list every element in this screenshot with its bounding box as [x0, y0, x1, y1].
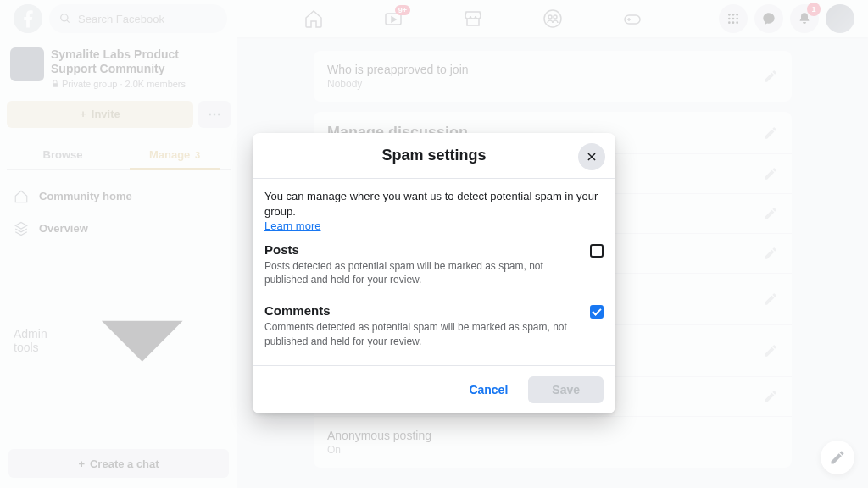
save-button[interactable]: Save — [528, 376, 604, 403]
cancel-button[interactable]: Cancel — [455, 376, 521, 403]
close-icon — [586, 151, 598, 163]
spam-settings-modal: Spam settings You can manage where you w… — [253, 133, 615, 413]
posts-heading: Posts — [264, 242, 576, 257]
posts-desc: Posts detected as potential spam will be… — [264, 259, 576, 286]
posts-checkbox[interactable] — [590, 244, 604, 258]
comments-desc: Comments detected as potential spam will… — [264, 320, 576, 347]
modal-title: Spam settings — [266, 147, 602, 164]
comments-heading: Comments — [264, 303, 576, 318]
close-button[interactable] — [578, 143, 605, 170]
modal-intro: You can manage where you want us to dete… — [264, 189, 604, 219]
learn-more-link[interactable]: Learn more — [264, 219, 604, 232]
comments-checkbox[interactable] — [590, 305, 604, 319]
modal-overlay: Spam settings You can manage where you w… — [0, 0, 868, 488]
